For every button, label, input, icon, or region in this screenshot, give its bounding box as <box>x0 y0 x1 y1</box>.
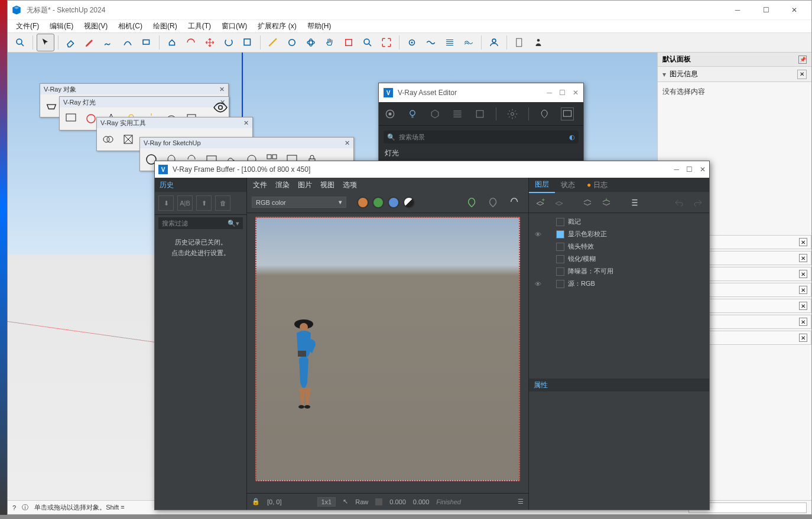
layer-row[interactable]: 镜头特效 <box>529 240 709 253</box>
channel-blue-icon[interactable] <box>388 197 399 208</box>
layer-row[interactable]: 锐化/模糊 <box>529 253 709 265</box>
render-tab-icon[interactable] <box>473 107 486 120</box>
fb-menu-file[interactable]: 文件 <box>253 180 267 190</box>
render-teapot-rt-icon[interactable] <box>485 194 502 211</box>
asset-category[interactable]: 灯光 <box>379 148 583 158</box>
layer-checkbox[interactable] <box>556 218 564 226</box>
scale-tool-icon[interactable] <box>239 34 256 51</box>
vray-frame-buffer-window[interactable]: V V-Ray Frame Buffer - [100.0% of 800 x … <box>154 161 710 510</box>
history-delete-icon[interactable]: 🗑 <box>215 195 230 211</box>
layer-checkbox[interactable] <box>556 255 564 263</box>
asset-editor-titlebar[interactable]: V V-Ray Asset Editor ─ ☐ ✕ <box>379 83 583 102</box>
titlebar[interactable]: 无标题* - SketchUp 2024 ─ ☐ ✕ <box>8 1 811 19</box>
close-button[interactable]: ✕ <box>700 165 706 174</box>
history-ab-icon[interactable]: A|B <box>177 195 193 211</box>
menu-tools[interactable]: 工具(T) <box>183 20 216 32</box>
close-icon[interactable]: ✕ <box>799 318 807 326</box>
history-save-icon[interactable]: ⬇ <box>158 195 174 211</box>
close-icon[interactable]: ✕ <box>219 86 225 93</box>
menu-icon[interactable]: ☰ <box>518 498 524 505</box>
materials-tab-icon[interactable] <box>384 107 397 120</box>
undo-icon[interactable] <box>673 196 686 209</box>
menu-extensions[interactable]: 扩展程序 (x) <box>253 20 301 32</box>
rotate-tool-icon[interactable] <box>220 34 238 51</box>
close-icon[interactable]: ✕ <box>799 302 807 310</box>
redo-icon[interactable] <box>691 196 704 209</box>
close-button[interactable]: ✕ <box>781 2 808 18</box>
vray-tool-3-icon[interactable] <box>441 34 459 51</box>
filter-icon[interactable]: ◐ <box>569 133 575 141</box>
history-search-input[interactable]: 搜索过滤 🔍▾ <box>158 217 243 229</box>
close-button[interactable]: ✕ <box>573 89 579 97</box>
menu-draw[interactable]: 绘图(R) <box>148 20 182 32</box>
toolbar-title[interactable]: V-Ray 对象✕ <box>40 84 228 94</box>
zoom-extents-tool-icon[interactable] <box>378 34 395 51</box>
entity-info-header[interactable]: ▾ 图元信息 ✕ <box>658 67 811 82</box>
push-pull-tool-icon[interactable] <box>163 34 181 51</box>
section-close-icon[interactable]: ✕ <box>797 70 807 79</box>
arc-tool-icon[interactable] <box>119 34 137 51</box>
list-icon[interactable] <box>628 196 641 209</box>
layer-row[interactable]: 戳记 <box>529 216 709 228</box>
layer-row[interactable]: 👁源：RGB <box>529 278 709 290</box>
rectangle-tool-icon[interactable] <box>138 34 155 51</box>
channel-select[interactable]: RGB color▾ <box>252 197 346 208</box>
layer-row[interactable]: 降噪器：不可用 <box>529 265 709 278</box>
offset-tool-icon[interactable] <box>182 34 200 51</box>
render-teapot-icon[interactable] <box>463 194 481 211</box>
minimize-button[interactable]: ─ <box>547 89 552 97</box>
render-interactive-icon[interactable] <box>561 107 574 120</box>
menu-file[interactable]: 文件(F) <box>11 20 44 32</box>
pan-tool-icon[interactable] <box>321 34 339 51</box>
pencil-tool-icon[interactable] <box>81 34 99 51</box>
vray-tool-2-icon[interactable] <box>422 34 440 51</box>
menu-help[interactable]: 帮助(H) <box>303 20 336 32</box>
menu-camera[interactable]: 相机(C) <box>113 20 147 32</box>
lights-tab-icon[interactable] <box>406 107 419 120</box>
search-tool-icon[interactable] <box>11 34 29 51</box>
channel-red-icon[interactable] <box>357 197 369 208</box>
close-icon[interactable]: ✕ <box>799 254 807 262</box>
close-icon[interactable]: ✕ <box>799 286 807 294</box>
fb-menu-view[interactable]: 视图 <box>320 180 334 190</box>
fb-menu-options[interactable]: 选项 <box>343 180 357 190</box>
stop-render-icon[interactable] <box>506 194 524 211</box>
person-tool-icon[interactable] <box>530 34 547 51</box>
toolbar-title[interactable]: V-Ray 灯光✕ <box>60 97 229 107</box>
vray-object-icon[interactable] <box>42 96 61 115</box>
layer-row[interactable]: 👁显示色彩校正 <box>529 228 709 240</box>
menu-edit[interactable]: 编辑(E) <box>45 20 78 32</box>
history-message[interactable]: 历史记录已关闭。 点击此处进行设置。 <box>155 231 246 264</box>
settings-tab-icon[interactable] <box>506 107 519 120</box>
select-tool-icon[interactable] <box>37 34 54 51</box>
render-view[interactable] <box>247 213 528 493</box>
toolbar-title[interactable]: V-Ray 实用工具✕ <box>97 117 252 128</box>
close-icon[interactable]: ✕ <box>799 334 807 342</box>
lock-icon[interactable]: 🔒 <box>252 498 260 505</box>
maximize-button[interactable]: ☐ <box>752 2 779 18</box>
layer-checkbox[interactable] <box>556 243 564 251</box>
attributes-header[interactable]: 属性 <box>529 378 709 391</box>
paint-tool-icon[interactable] <box>283 34 301 51</box>
fb-menu-image[interactable]: 图片 <box>298 180 312 190</box>
textures-tab-icon[interactable] <box>451 107 464 120</box>
layer-checkbox[interactable] <box>556 267 564 276</box>
delete-layer-icon[interactable] <box>553 196 566 209</box>
visibility-icon[interactable]: 👁 <box>534 231 542 238</box>
tab-status[interactable]: 状态 <box>555 178 581 192</box>
visibility-icon[interactable]: 👁 <box>534 280 542 288</box>
eye-icon[interactable] <box>211 98 230 117</box>
info-icon[interactable]: ⓘ <box>22 503 28 512</box>
history-tab[interactable]: 历史 <box>155 178 246 192</box>
zoom-tool-icon[interactable] <box>359 34 376 51</box>
help-icon[interactable]: ? <box>12 504 16 511</box>
channel-green-icon[interactable] <box>372 197 384 208</box>
maximize-button[interactable]: ☐ <box>559 89 566 97</box>
doc-tool-icon[interactable] <box>511 34 528 51</box>
load-preset-icon[interactable] <box>600 196 613 209</box>
minimize-button[interactable]: ─ <box>724 2 751 18</box>
geometry-tab-icon[interactable] <box>428 107 441 120</box>
picker-icon[interactable]: ↖ <box>343 498 348 505</box>
layer-checkbox[interactable] <box>556 280 564 288</box>
orbit-tool-icon[interactable] <box>302 34 320 51</box>
